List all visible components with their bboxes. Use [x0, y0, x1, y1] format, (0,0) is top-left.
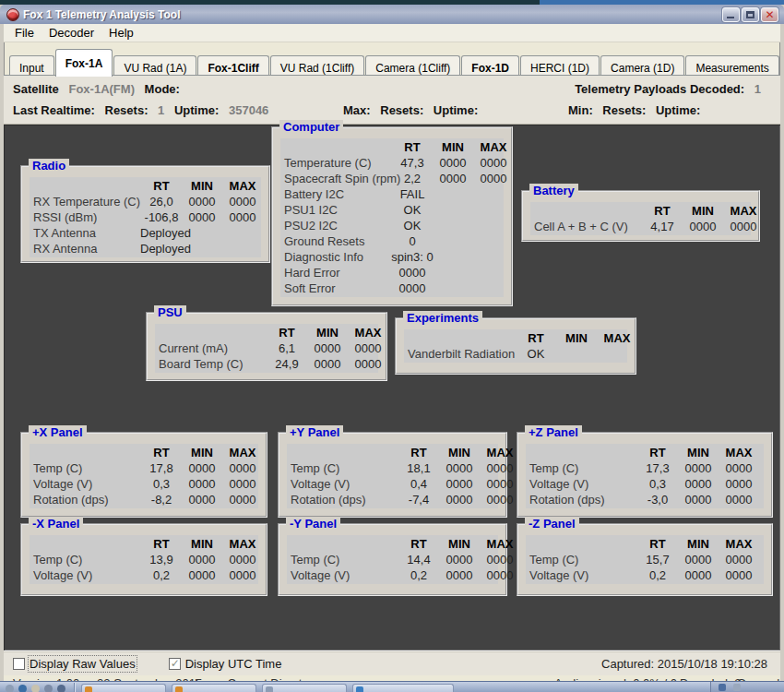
table-row: Spacecraft Spin (rpm)2,200000000 [282, 171, 502, 186]
panel-radio: RadioRTMINMAXRX Temperature (C)26,000000… [20, 165, 270, 263]
row-label: RSSI (dBm) [31, 209, 140, 225]
taskbar-button[interactable] [81, 684, 166, 692]
column-header-rt: RT [515, 330, 557, 346]
row-value: 0000 [183, 209, 221, 225]
column-header-blank [31, 178, 140, 194]
close-button[interactable]: ✕ [761, 7, 778, 22]
column-header-rt: RT [398, 536, 440, 552]
table-row: Temp (C)15,700000000 [528, 552, 762, 567]
row-label: Diagnostic Info [282, 249, 391, 265]
row-value: 0000 [434, 171, 472, 186]
system-tray[interactable] [710, 682, 784, 692]
checkbox-label[interactable]: Display UTC Time [185, 657, 282, 671]
column-header-min: MIN [679, 536, 718, 552]
row-value [221, 241, 264, 257]
row-value: 0000 [679, 476, 718, 492]
row-label: Ground Resets [282, 233, 391, 249]
row-label: Voltage (V) [528, 567, 636, 583]
taskbar-button[interactable] [262, 684, 347, 692]
row-value: 0000 [183, 552, 221, 567]
row-label: Temperature (C) [282, 155, 391, 171]
row-value: 0000 [479, 567, 521, 583]
table-row: Rotation (dps)-7,400000000 [289, 492, 496, 507]
row-value: 0000 [440, 492, 479, 507]
row-value: 6,1 [266, 340, 308, 356]
row-value: 0000 [183, 492, 221, 507]
table-row: Hard Error0000 [282, 265, 502, 280]
quick-launch-icon[interactable] [6, 685, 14, 692]
row-label: RX Temperature (C) [31, 194, 140, 209]
quick-launch-icon[interactable] [18, 685, 27, 692]
row-label: Voltage (V) [289, 567, 398, 583]
row-label: PSU2 I2C [282, 218, 391, 233]
table-row: Temp (C)17,800000000 [31, 460, 256, 476]
mode-label: Mode: [145, 82, 180, 96]
row-label: Rotation (dps) [31, 492, 140, 507]
tray-icon[interactable] [719, 684, 726, 691]
column-header-blank [528, 536, 636, 552]
checkbox-label[interactable]: Display Raw Values [30, 657, 136, 671]
taskbar-button[interactable] [172, 684, 256, 692]
row-value [434, 233, 472, 249]
maximize-button[interactable] [742, 7, 759, 22]
menu-decoder[interactable]: Decoder [42, 24, 101, 42]
realtime-uptime-label: Uptime: [174, 103, 219, 117]
row-value: 0000 [679, 492, 718, 507]
row-label: Cell A + B + C (V) [532, 219, 641, 234]
table-row: Voltage (V)0,200000000 [528, 567, 762, 583]
quick-launch-icon[interactable] [57, 685, 65, 692]
panel-psu: PSURTMINMAXCurrent (mA)6,100000000Board … [146, 312, 387, 381]
screen: Fox 1 Telemetry Analysis Tool ✕ File Dec… [0, 0, 784, 692]
row-value: OK [391, 202, 434, 218]
row-value: 0000 [183, 567, 221, 583]
row-value: 0000 [679, 567, 718, 583]
menu-file[interactable]: File [7, 24, 42, 42]
min-resets-label: Resets: [602, 103, 646, 117]
panel-minus-z: -Z PanelRTMINMAXTemp (C)15,700000000Volt… [517, 523, 773, 596]
row-value [434, 218, 472, 233]
titlebar[interactable]: Fox 1 Telemetry Analysis Tool ✕ [0, 5, 784, 24]
window-controls: ✕ [722, 7, 778, 22]
row-value: 0000 [440, 552, 479, 567]
table-header-row: RTMINMAX [528, 536, 762, 552]
telemetry-header: Satellite Fox-1A(FM) Mode: Telemetry Pay… [4, 76, 780, 125]
column-header-min: MIN [440, 445, 479, 460]
row-value: 0000 [472, 171, 515, 186]
panel-table: RTMINMAXTemp (C)17,800000000Voltage (V)0… [30, 444, 258, 508]
row-label: Battery I2C [282, 186, 391, 202]
panel-plus-z: +Z PanelRTMINMAXTemp (C)17,300000000Volt… [517, 432, 773, 518]
panel-minus-y: -Y PanelRTMINMAXTemp (C)14,400000000Volt… [278, 523, 507, 596]
checkbox-display-utc-time[interactable] [169, 658, 181, 670]
quick-launch-icon[interactable] [44, 685, 53, 692]
tray-icon[interactable] [733, 684, 741, 691]
row-value [472, 202, 515, 218]
row-value: 14,4 [398, 552, 440, 567]
row-value: 0000 [221, 209, 264, 225]
column-header-min: MIN [183, 536, 221, 552]
table-row: PSU1 I2COK [282, 202, 502, 218]
row-value: 0000 [718, 492, 760, 507]
table-row: Voltage (V)0,200000000 [289, 567, 496, 583]
column-header-rt: RT [641, 203, 683, 219]
column-header-blank [157, 325, 266, 340]
row-value: 2,2 [391, 171, 434, 186]
taskbar-button[interactable] [352, 684, 454, 692]
panel-plus-y: +Y PanelRTMINMAXTemp (C)18,100000000Volt… [278, 432, 507, 518]
row-value: 0000 [221, 460, 264, 476]
tab-fox-1a[interactable]: Fox-1A [55, 49, 113, 77]
row-value: 0000 [718, 460, 760, 476]
row-value: 0000 [347, 356, 389, 372]
realtime-resets-label: Resets: [105, 103, 148, 117]
quick-launch-icon[interactable] [31, 685, 40, 692]
table-row: Temp (C)18,100000000 [289, 460, 496, 476]
table-row: RSSI (dBm)-106,800000000 [31, 209, 259, 225]
minimize-button[interactable] [722, 7, 740, 22]
row-value: 0000 [440, 567, 479, 583]
checkbox-display-raw-values[interactable] [13, 658, 25, 670]
panel-title: Computer [279, 120, 343, 134]
row-value: spin3: 0 [391, 249, 434, 265]
column-header-min: MIN [434, 139, 472, 155]
table-row: Diagnostic Infospin3: 0 [282, 249, 502, 265]
captured-timestamp: Captured: 2015/10/18 19:10:28 [601, 657, 767, 671]
menu-help[interactable]: Help [101, 24, 141, 42]
